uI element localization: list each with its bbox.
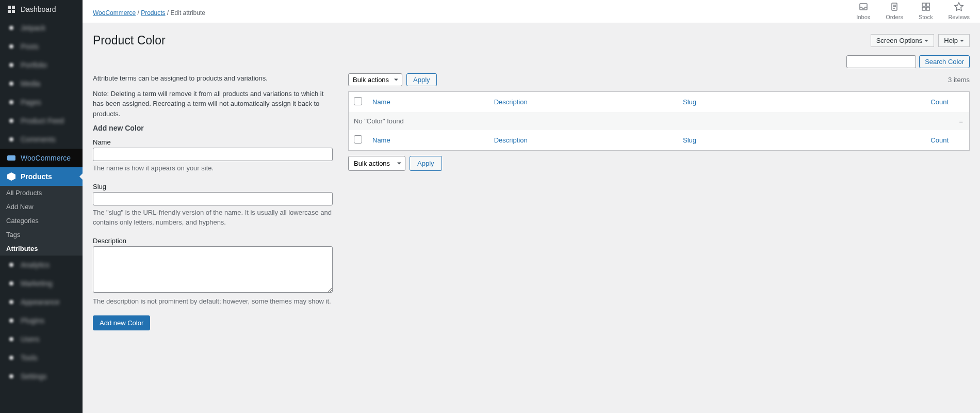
svg-point-8 xyxy=(9,263,13,267)
col-name[interactable]: Name xyxy=(372,98,390,106)
sidebar-item-jetpack[interactable]: Jetpack xyxy=(0,19,83,37)
add-new-button[interactable]: Add new Color xyxy=(93,315,150,330)
sidebar-subitem-add-new[interactable]: Add New xyxy=(0,200,83,214)
sidebar-item-settings[interactable]: Settings xyxy=(0,367,83,386)
inbox-icon xyxy=(858,2,869,12)
note-text: Note: Deleting a term will remove it fro… xyxy=(93,89,333,119)
sidebar-item-label: Media xyxy=(21,80,40,88)
slug-input[interactable] xyxy=(93,192,333,205)
drag-handle-icon[interactable]: ≡ xyxy=(959,117,964,125)
sidebar-item-marketing[interactable]: Marketing xyxy=(0,274,83,293)
search-button[interactable]: Search Color xyxy=(919,55,970,68)
sidebar-item-label: Products xyxy=(21,172,52,181)
sidebar-item-dashboard[interactable]: Dashboard xyxy=(0,0,83,19)
sidebar-item-label: WooCommerce xyxy=(21,154,71,162)
woo-icon xyxy=(6,153,17,163)
topbar-icon-label: Orders xyxy=(886,14,903,20)
apply-button-bottom[interactable]: Apply xyxy=(410,156,442,171)
jetpack-icon xyxy=(6,23,17,33)
sidebar-item-products[interactable]: Products xyxy=(0,167,83,186)
sidebar-item-woocommerce[interactable]: WooCommerce xyxy=(0,149,83,167)
sidebar-item-tools[interactable]: Tools xyxy=(0,348,83,367)
col-slug-foot[interactable]: Slug xyxy=(683,136,696,144)
sidebar-item-label: Comments xyxy=(21,135,56,144)
sidebar-subitem-categories[interactable]: Categories xyxy=(0,214,83,228)
sidebar-item-label: Jetpack xyxy=(21,24,45,32)
pages-icon xyxy=(6,97,17,107)
topbar: WooCommerce / Products / Edit attribute … xyxy=(83,0,980,23)
description-label: Description xyxy=(93,237,333,245)
sidebar-item-comments[interactable]: Comments xyxy=(0,130,83,149)
sidebar-item-label: Dashboard xyxy=(21,5,56,13)
portfolio-icon xyxy=(6,60,17,70)
sidebar-item-label: Users xyxy=(21,335,40,343)
svg-point-13 xyxy=(9,356,13,360)
sidebar-item-label: Marketing xyxy=(21,279,52,288)
topbar-reviews-button[interactable]: Reviews xyxy=(948,2,970,20)
appearance-icon xyxy=(6,297,17,307)
sidebar-item-label: Product Feed xyxy=(21,117,64,125)
plugins-icon xyxy=(6,315,17,326)
comments-icon xyxy=(6,134,17,145)
sidebar-item-appearance[interactable]: Appearance xyxy=(0,293,83,311)
sidebar-item-product-feed[interactable]: Product Feed xyxy=(0,112,83,130)
search-input[interactable] xyxy=(846,55,916,68)
breadcrumb: WooCommerce / Products / Edit attribute xyxy=(93,9,205,23)
breadcrumb-products[interactable]: Products xyxy=(141,9,165,17)
sidebar-subitem-attributes[interactable]: Attributes xyxy=(0,242,83,256)
topbar-inbox-button[interactable]: Inbox xyxy=(856,2,870,20)
select-all-checkbox-top[interactable] xyxy=(354,97,362,105)
col-name-foot[interactable]: Name xyxy=(372,136,390,144)
sidebar-item-users[interactable]: Users xyxy=(0,330,83,348)
topbar-stock-button[interactable]: Stock xyxy=(919,2,933,20)
sidebar-item-label: Plugins xyxy=(21,316,44,325)
sidebar-subitem-all-products[interactable]: All Products xyxy=(0,186,83,200)
sidebar-item-media[interactable]: Media xyxy=(0,74,83,93)
tools-icon xyxy=(6,353,17,363)
svg-point-1 xyxy=(9,44,13,49)
col-count[interactable]: Count xyxy=(930,98,949,106)
marketing-icon xyxy=(6,278,17,289)
topbar-icon-label: Inbox xyxy=(856,14,870,20)
svg-rect-17 xyxy=(922,3,925,6)
svg-rect-19 xyxy=(922,7,925,10)
svg-point-14 xyxy=(9,374,13,378)
svg-point-11 xyxy=(9,319,13,323)
sidebar-item-label: Analytics xyxy=(21,261,50,269)
feed-icon xyxy=(6,116,17,126)
sidebar-item-plugins[interactable]: Plugins xyxy=(0,311,83,330)
users-icon xyxy=(6,334,17,344)
svg-point-0 xyxy=(9,26,13,30)
sidebar-item-pages[interactable]: Pages xyxy=(0,93,83,112)
col-count-foot[interactable]: Count xyxy=(930,136,949,144)
svg-rect-18 xyxy=(926,3,929,6)
name-input[interactable] xyxy=(93,148,333,161)
topbar-orders-button[interactable]: Orders xyxy=(886,2,903,20)
col-description[interactable]: Description xyxy=(494,98,528,106)
sidebar-item-analytics[interactable]: Analytics xyxy=(0,256,83,274)
sidebar-item-label: Tools xyxy=(21,354,38,362)
sidebar-item-posts[interactable]: Posts xyxy=(0,37,83,56)
svg-rect-20 xyxy=(926,7,929,10)
svg-point-5 xyxy=(9,119,13,123)
screen-options-button[interactable]: Screen Options xyxy=(871,34,935,47)
help-button[interactable]: Help xyxy=(938,34,970,47)
bulk-actions-select-bottom[interactable]: Bulk actions xyxy=(348,156,405,171)
svg-point-3 xyxy=(9,82,13,86)
description-input[interactable] xyxy=(93,246,333,293)
breadcrumb-woocommerce[interactable]: WooCommerce xyxy=(93,9,136,17)
intro-text: Attribute terms can be assigned to produ… xyxy=(93,73,333,84)
sidebar-item-label: Appearance xyxy=(21,298,60,306)
sidebar-subitem-tags[interactable]: Tags xyxy=(0,228,83,242)
svg-point-2 xyxy=(9,63,13,67)
sidebar-item-portfolio[interactable]: Portfolio xyxy=(0,56,83,74)
select-all-checkbox-bottom[interactable] xyxy=(354,135,362,144)
apply-button-top[interactable]: Apply xyxy=(406,73,437,86)
description-hint: The description is not prominent by defa… xyxy=(93,296,333,307)
topbar-icon-label: Reviews xyxy=(948,14,970,20)
col-description-foot[interactable]: Description xyxy=(494,136,528,144)
items-count: 3 items xyxy=(948,76,970,84)
bulk-actions-select-top[interactable]: Bulk actions xyxy=(348,73,402,86)
col-slug[interactable]: Slug xyxy=(683,98,696,106)
sidebar-item-label: Posts xyxy=(21,42,39,51)
